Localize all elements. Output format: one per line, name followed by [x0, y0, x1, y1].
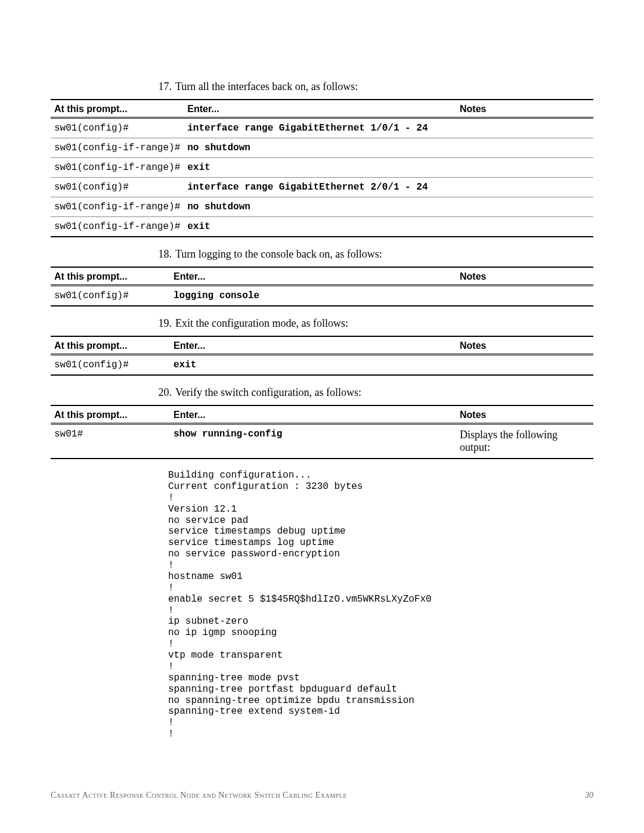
table-row: sw01(config)# logging console — [51, 286, 593, 306]
table-row: sw01(config)# exit — [51, 355, 593, 376]
cell-prompt: sw01(config-if-range)# — [51, 138, 184, 158]
header-notes: Notes — [456, 100, 593, 118]
cell-notes — [456, 158, 593, 178]
cell-prompt: sw01(config)# — [51, 286, 170, 306]
step-number: 19. — [155, 317, 175, 330]
step-number: 20. — [155, 386, 175, 399]
cell-enter: no shutdown — [184, 197, 456, 217]
step-text: Turn all the interfaces back on, as foll… — [175, 80, 358, 93]
page-footer: Cassatt Active Response Control Node and… — [51, 791, 593, 800]
table-step-17: At this prompt... Enter... Notes sw01(co… — [51, 99, 593, 237]
header-notes: Notes — [456, 405, 593, 424]
cell-prompt: sw01(config)# — [51, 178, 184, 197]
cell-notes — [456, 197, 593, 217]
table-row: sw01(config-if-range)# exit — [51, 158, 593, 178]
cell-notes: Displays the following output: — [456, 424, 593, 459]
header-enter: Enter... — [170, 267, 456, 286]
cell-enter: exit — [184, 158, 456, 178]
step-text: Verify the switch configuration, as foll… — [175, 386, 361, 399]
step-text: Turn logging to the console back on, as … — [175, 248, 382, 261]
step-17: 17. Turn all the interfaces back on, as … — [51, 80, 593, 93]
page: 17. Turn all the interfaces back on, as … — [0, 0, 644, 833]
table-header-row: At this prompt... Enter... Notes — [51, 405, 593, 424]
step-number: 18. — [155, 248, 175, 261]
step-20: 20. Verify the switch configuration, as … — [51, 386, 593, 399]
cell-enter: no shutdown — [184, 138, 456, 158]
table-header-row: At this prompt... Enter... Notes — [51, 100, 593, 118]
footer-title: Cassatt Active Response Control Node and… — [51, 791, 347, 800]
header-enter: Enter... — [170, 336, 456, 355]
cell-prompt: sw01(config)# — [51, 355, 170, 376]
cell-prompt: sw01(config-if-range)# — [51, 197, 184, 217]
table-step-20: At this prompt... Enter... Notes sw01# s… — [51, 405, 593, 459]
step-text: Exit the configuration mode, as follows: — [175, 317, 348, 330]
cell-notes — [456, 118, 593, 138]
step-number: 17. — [155, 80, 175, 93]
cell-enter: exit — [170, 355, 456, 376]
table-row: sw01(config)# interface range GigabitEth… — [51, 178, 593, 197]
header-notes: Notes — [456, 336, 593, 355]
table-row: sw01(config-if-range)# no shutdown — [51, 138, 593, 158]
cell-enter: interface range GigabitEthernet 2/0/1 - … — [184, 178, 456, 197]
header-prompt: At this prompt... — [51, 267, 170, 286]
header-prompt: At this prompt... — [51, 405, 170, 424]
table-step-18: At this prompt... Enter... Notes sw01(co… — [51, 267, 593, 306]
cell-prompt: sw01(config)# — [51, 118, 184, 138]
cell-enter: exit — [184, 217, 456, 237]
table-row: sw01(config)# interface range GigabitEth… — [51, 118, 593, 138]
cell-notes — [456, 217, 593, 237]
table-header-row: At this prompt... Enter... Notes — [51, 267, 593, 286]
table-row: sw01(config-if-range)# exit — [51, 217, 593, 237]
footer-page: 30 — [585, 791, 593, 800]
header-prompt: At this prompt... — [51, 336, 170, 355]
table-row: sw01# show running-config Displays the f… — [51, 424, 593, 459]
cell-notes — [456, 178, 593, 197]
cell-prompt: sw01(config-if-range)# — [51, 217, 184, 237]
header-enter: Enter... — [170, 405, 456, 424]
cell-prompt: sw01# — [51, 424, 170, 459]
table-header-row: At this prompt... Enter... Notes — [51, 336, 593, 355]
cell-enter: show running-config — [170, 424, 456, 459]
table-row: sw01(config-if-range)# no shutdown — [51, 197, 593, 217]
cell-enter: logging console — [170, 286, 456, 306]
header-prompt: At this prompt... — [51, 100, 184, 118]
running-config-output: Building configuration... Current config… — [168, 470, 593, 740]
step-18: 18. Turn logging to the console back on,… — [51, 248, 593, 261]
header-notes: Notes — [456, 267, 593, 286]
cell-notes — [456, 138, 593, 158]
header-enter: Enter... — [184, 100, 456, 118]
step-19: 19. Exit the configuration mode, as foll… — [51, 317, 593, 330]
cell-notes — [456, 286, 593, 306]
table-step-19: At this prompt... Enter... Notes sw01(co… — [51, 336, 593, 376]
cell-prompt: sw01(config-if-range)# — [51, 158, 184, 178]
cell-notes — [456, 355, 593, 376]
cell-enter: interface range GigabitEthernet 1/0/1 - … — [184, 118, 456, 138]
